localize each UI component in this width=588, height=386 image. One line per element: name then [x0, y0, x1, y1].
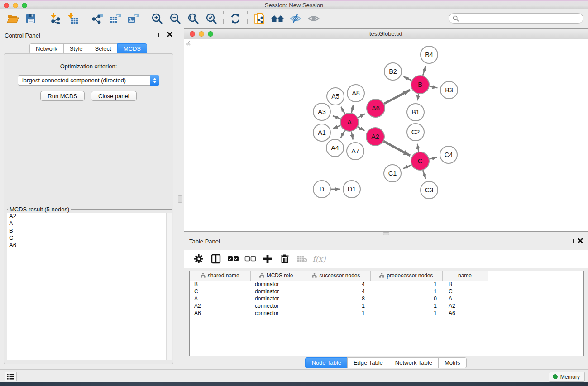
close-table-panel-button[interactable]	[577, 238, 583, 244]
column-header-name[interactable]: name	[442, 271, 488, 281]
table-row[interactable]: A2connector11A2	[190, 302, 583, 310]
node-D[interactable]: D	[313, 181, 330, 198]
table-tab-edge-table[interactable]: Edge Table	[347, 357, 389, 368]
table-tab-node-table[interactable]: Node Table	[305, 357, 348, 368]
result-item[interactable]: B	[7, 227, 172, 234]
column-header-successor-nodes[interactable]: successor nodes	[302, 271, 370, 281]
memory-button[interactable]: Memory	[549, 372, 585, 382]
node-D1[interactable]: D1	[343, 181, 360, 198]
import-network-button[interactable]	[46, 11, 64, 26]
node-A3[interactable]: A3	[313, 103, 330, 120]
table-settings-button[interactable]	[191, 252, 206, 266]
node-C3[interactable]: C3	[421, 181, 438, 199]
table-tab-network-table[interactable]: Network Table	[389, 357, 439, 368]
close-panel-button[interactable]	[167, 32, 173, 38]
node-A6[interactable]: A6	[367, 99, 385, 117]
split-panel-button[interactable]	[208, 252, 224, 266]
open-session-button[interactable]	[4, 11, 22, 26]
node-A2[interactable]: A2	[366, 128, 384, 146]
node-B1[interactable]: B1	[407, 104, 424, 121]
node-C[interactable]: C	[411, 152, 429, 170]
edge-A-A8[interactable]	[351, 105, 353, 113]
export-network-button[interactable]	[88, 11, 106, 26]
edge-B-B1[interactable]	[417, 94, 418, 101]
task-history-button[interactable]	[5, 372, 17, 381]
result-item[interactable]: C	[7, 234, 172, 242]
edge-B-B3[interactable]	[430, 86, 438, 88]
new-network-from-selection-button[interactable]	[250, 11, 268, 26]
node-A5[interactable]: A5	[327, 88, 344, 105]
column-header-predecessor-nodes[interactable]: predecessor nodes	[370, 271, 442, 281]
result-item[interactable]: A2	[7, 213, 172, 220]
edge-B-B2[interactable]	[403, 76, 411, 81]
node-A8[interactable]: A8	[347, 85, 364, 102]
tab-network[interactable]: Network	[29, 43, 64, 54]
show-networks-button[interactable]	[268, 11, 287, 26]
zoom-fit-button[interactable]	[184, 11, 202, 26]
node-A7[interactable]: A7	[347, 143, 364, 160]
close-mcds-panel-button[interactable]: Close panel	[91, 91, 137, 101]
tab-mcds[interactable]: MCDS	[117, 43, 147, 54]
node-C1[interactable]: C1	[384, 165, 401, 182]
export-table-button[interactable]	[106, 11, 124, 26]
result-item[interactable]: A6	[7, 242, 172, 249]
node-B4[interactable]: B4	[421, 46, 438, 63]
table-row[interactable]: Bdominator41B	[190, 281, 583, 288]
edge-A6-B[interactable]	[384, 90, 410, 104]
edge-A-A7[interactable]	[351, 132, 353, 140]
edge-C-C4[interactable]	[429, 157, 437, 159]
node-B2[interactable]: B2	[384, 63, 402, 80]
table-row[interactable]: A6connector11A6	[190, 310, 583, 317]
criterion-select[interactable]: largest connected component (directed)	[18, 75, 159, 86]
column-header-shared-name[interactable]: shared name	[190, 271, 250, 281]
edge-C-C2[interactable]	[417, 144, 419, 152]
tab-style[interactable]: Style	[63, 43, 89, 54]
edge-A-A3[interactable]	[333, 116, 340, 119]
node-A4[interactable]: A4	[326, 139, 344, 157]
vertical-splitter[interactable]	[177, 28, 184, 369]
edge-A-A4[interactable]	[341, 130, 345, 138]
show-graphics-button[interactable]	[305, 11, 323, 26]
create-column-button[interactable]	[260, 252, 275, 266]
node-B3[interactable]: B3	[440, 81, 458, 99]
table-tab-motifs[interactable]: Motifs	[438, 357, 467, 368]
edge-A-A1[interactable]	[333, 125, 340, 128]
float-table-panel-button[interactable]	[568, 238, 574, 244]
column-header-MCDS-role[interactable]: MCDS role	[250, 271, 302, 281]
delete-column-button[interactable]	[277, 252, 292, 266]
edge-A-A6[interactable]	[358, 114, 365, 118]
import-table-button[interactable]	[64, 11, 82, 26]
edge-A2-C[interactable]	[383, 141, 410, 156]
edge-A-A2[interactable]	[358, 127, 364, 131]
edge-A-A5[interactable]	[341, 107, 345, 114]
tab-select[interactable]: Select	[89, 43, 118, 54]
node-A1[interactable]: A1	[313, 124, 330, 141]
run-mcds-button[interactable]: Run MCDS	[40, 91, 85, 101]
horizontal-splitter-grip[interactable]	[383, 232, 389, 235]
save-session-button[interactable]	[22, 11, 40, 26]
edge-C-C1[interactable]	[403, 165, 411, 168]
refresh-button[interactable]	[226, 11, 244, 26]
vertical-splitter-grip[interactable]	[178, 195, 182, 203]
table-row[interactable]: Adominator80A	[190, 295, 583, 302]
table-row[interactable]: Cdominator41C	[190, 288, 583, 295]
zoom-in-button[interactable]	[148, 11, 166, 26]
result-scrollbar[interactable]	[166, 213, 172, 360]
select-all-button[interactable]	[225, 252, 241, 266]
node-A[interactable]: A	[340, 113, 359, 131]
node-C4[interactable]: C4	[440, 146, 457, 163]
search-input[interactable]	[462, 15, 579, 22]
zoom-selected-button[interactable]	[202, 11, 220, 26]
network-canvas[interactable]: B4B2BB3A8A5A6A3B1AA1C2A2A4A7C4CC1C3DD1	[184, 39, 588, 231]
node-B[interactable]: B	[411, 76, 429, 94]
resize-grip-icon[interactable]	[184, 39, 191, 46]
edge-C-C3[interactable]	[423, 170, 425, 179]
hide-graphics-button[interactable]	[287, 11, 305, 26]
node-C2[interactable]: C2	[407, 124, 424, 141]
deselect-all-button[interactable]	[243, 252, 258, 266]
edge-B-B4[interactable]	[423, 66, 425, 76]
export-image-button[interactable]	[124, 11, 142, 26]
float-panel-button[interactable]	[158, 32, 164, 38]
result-item[interactable]: A	[7, 220, 172, 227]
zoom-out-button[interactable]	[166, 11, 184, 26]
